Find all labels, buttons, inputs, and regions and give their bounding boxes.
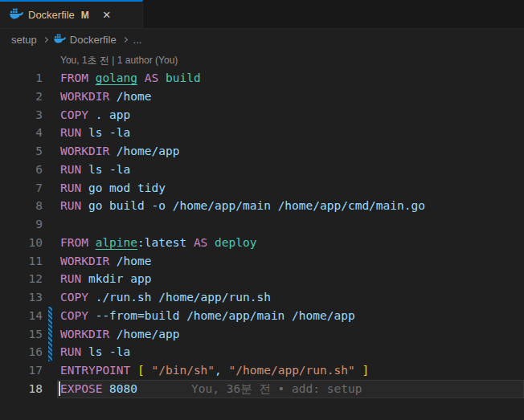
image-link[interactable]: golang	[96, 71, 137, 84]
token: 8080	[102, 382, 137, 395]
code-text[interactable]: FROM golang AS build	[60, 69, 201, 88]
git-modified-gutter-indicator	[48, 307, 52, 325]
code-line[interactable]: 12RUN mkdir app	[0, 270, 524, 288]
inline-blame-annotation: You, 36분 전 • add: setup	[191, 382, 362, 395]
code-line[interactable]: 11WORKDIR /home	[0, 252, 524, 271]
token	[130, 364, 137, 377]
token: --from=build /home/app/main /home/app	[88, 309, 355, 322]
line-number[interactable]: 7	[0, 179, 43, 198]
line-number[interactable]: 10	[0, 234, 43, 252]
close-icon[interactable]: ×	[100, 7, 113, 22]
git-modified-badge: M	[81, 10, 89, 21]
token: RUN	[60, 272, 81, 285]
line-number[interactable]: 3	[0, 106, 43, 124]
line-number[interactable]: 14	[0, 307, 43, 325]
code-text[interactable]: EXPOSE 8080You, 36분 전 • add: setup	[60, 380, 362, 398]
git-modified-gutter-indicator	[48, 325, 52, 344]
code-text[interactable]: RUN mkdir app	[60, 270, 152, 288]
code-line[interactable]: 4RUN ls -la	[0, 124, 524, 142]
line-number[interactable]: 17	[0, 361, 43, 380]
code-text[interactable]: RUN ls -la	[60, 343, 130, 361]
token: WORKDIR	[60, 145, 109, 157]
docker-whale-icon	[54, 34, 66, 46]
tab-title: Dockerfile	[28, 9, 75, 21]
code-text[interactable]: WORKDIR /home/app	[60, 142, 179, 161]
line-number[interactable]: 13	[0, 288, 43, 307]
code-line[interactable]: 2WORKDIR /home	[0, 88, 524, 106]
code-text[interactable]: WORKDIR /home/app	[60, 325, 179, 344]
line-number[interactable]: 15	[0, 325, 43, 344]
token: COPY	[60, 108, 88, 121]
line-number[interactable]: 18	[0, 380, 43, 398]
token: AS	[145, 71, 158, 84]
code-line[interactable]: 13COPY ./run.sh /home/app/run.sh	[0, 288, 524, 307]
token: COPY	[60, 291, 88, 304]
token: ]	[362, 364, 369, 377]
breadcrumb-folder[interactable]: setup	[11, 34, 37, 46]
code-text[interactable]: COPY . app	[60, 106, 130, 124]
tab-dockerfile[interactable]: Dockerfile M ×	[0, 0, 143, 28]
line-number[interactable]: 4	[0, 124, 43, 142]
code-text[interactable]: WORKDIR /home	[60, 88, 152, 106]
code-line[interactable]: 7RUN go mod tidy	[0, 179, 524, 198]
token: /home/app	[109, 145, 179, 157]
code-line[interactable]: 5WORKDIR /home/app	[0, 142, 524, 161]
token: RUN	[60, 199, 81, 212]
token	[186, 236, 194, 249]
code-line[interactable]: 1FROM golang AS build	[0, 69, 524, 88]
token: RUN	[60, 345, 81, 358]
code-text[interactable]: RUN go mod tidy	[60, 179, 166, 198]
code-line[interactable]: 15WORKDIR /home/app	[0, 325, 524, 344]
token: FROM	[60, 71, 88, 84]
chevron-right-icon	[122, 36, 128, 42]
code-line[interactable]: 6RUN ls -la	[0, 161, 524, 179]
code-line[interactable]: 18EXPOSE 8080You, 36분 전 • add: setup	[0, 380, 524, 398]
code-text[interactable]: ENTRYPOINT [ "/bin/sh", "/home/app/run.s…	[60, 361, 369, 380]
code-line[interactable]: 10FROM alpine:latest AS deploy	[0, 234, 524, 252]
token: :latest	[137, 236, 186, 249]
line-number[interactable]: 11	[0, 252, 43, 271]
code-line[interactable]: 16RUN ls -la	[0, 343, 524, 361]
code-text[interactable]: COPY ./run.sh /home/app/run.sh	[60, 288, 271, 307]
line-number[interactable]: 2	[0, 88, 43, 106]
code-text[interactable]: RUN ls -la	[60, 124, 130, 142]
token: deploy	[215, 236, 256, 249]
token: ls -la	[81, 126, 130, 139]
token: /home	[109, 90, 151, 103]
token: RUN	[60, 126, 81, 139]
line-number[interactable]: 5	[0, 142, 43, 161]
line-number[interactable]: 1	[0, 69, 43, 88]
breadcrumb-file-label: Dockerfile	[70, 34, 117, 46]
line-number[interactable]: 6	[0, 161, 43, 179]
token: ls -la	[81, 163, 130, 176]
line-number[interactable]: 9	[0, 215, 43, 234]
breadcrumb-symbol[interactable]: ...	[133, 34, 142, 46]
breadcrumb: setup Dockerfile ...	[0, 29, 524, 50]
codelens-authors[interactable]: You, 1초 전 | 1 author (You)	[60, 54, 178, 67]
token	[88, 236, 96, 249]
code-text[interactable]: FROM alpine:latest AS deploy	[60, 234, 256, 252]
code-text[interactable]: COPY --from=build /home/app/main /home/a…	[60, 307, 355, 325]
token: ,	[215, 364, 222, 377]
code-text[interactable]: WORKDIR /home	[60, 252, 152, 271]
line-number[interactable]: 12	[0, 270, 43, 288]
line-number[interactable]: 8	[0, 197, 43, 215]
line-number[interactable]: 16	[0, 343, 43, 361]
token	[137, 71, 145, 84]
code-line[interactable]: 17ENTRYPOINT [ "/bin/sh", "/home/app/run…	[0, 361, 524, 380]
token: AS	[194, 236, 207, 249]
token: ./run.sh /home/app/run.sh	[88, 291, 271, 304]
breadcrumb-file[interactable]: Dockerfile	[54, 34, 117, 46]
docker-whale-icon	[10, 8, 23, 22]
vscode-editor-window: { "tab": { "title": "Dockerfile", "modif…	[0, 0, 524, 420]
code-text[interactable]: RUN go build -o /home/app/main /home/app…	[60, 197, 425, 215]
code-line[interactable]: 14COPY --from=build /home/app/main /home…	[0, 307, 524, 325]
code-line[interactable]: 3COPY . app	[0, 106, 524, 124]
token: WORKDIR	[60, 255, 109, 267]
code-line[interactable]: 9	[0, 215, 524, 234]
image-link[interactable]: alpine	[96, 236, 137, 249]
code-text[interactable]: RUN ls -la	[60, 161, 130, 179]
chevron-right-icon	[43, 36, 48, 42]
code-line[interactable]: 8RUN go build -o /home/app/main /home/ap…	[0, 197, 524, 215]
code-area[interactable]: 1FROM golang AS build2WORKDIR /home3COPY…	[0, 69, 524, 398]
